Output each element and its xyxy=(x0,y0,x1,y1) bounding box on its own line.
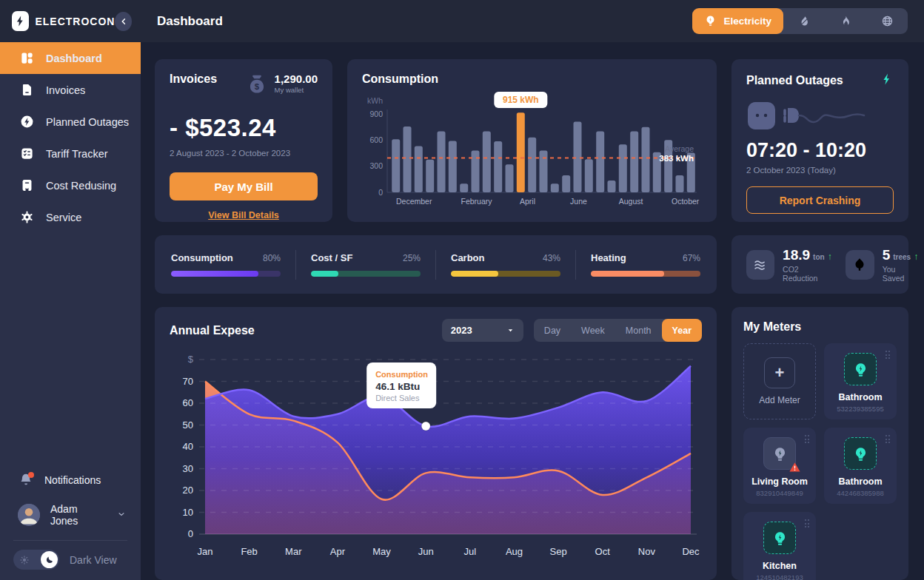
svg-text:Consumption: Consumption xyxy=(375,370,428,379)
meter-id: 832910449849 xyxy=(743,489,816,497)
range-tabs: DayWeekMonthYear xyxy=(534,319,702,342)
energy-tab-water[interactable] xyxy=(783,8,825,34)
sidebar-item-cost-redusing[interactable]: Cost Redusing xyxy=(0,169,141,201)
divider xyxy=(13,540,127,541)
svg-text:600: 600 xyxy=(369,135,383,144)
eco-stat-co2-reduction: 18.9ton↑CO2 Reduction xyxy=(746,247,834,283)
eco-unit: trees xyxy=(893,253,911,261)
range-tab-month[interactable]: Month xyxy=(615,319,662,342)
dark-view-row: Dark View xyxy=(0,550,141,570)
sidebar-item-label: Dashboard xyxy=(46,53,102,64)
divider xyxy=(435,250,436,280)
eco-stat-you-saved: 5trees↑You Saved xyxy=(846,247,919,283)
outages-title: Planned Outages xyxy=(746,74,843,87)
dashboard-icon xyxy=(20,51,34,65)
dark-view-label: Dark View xyxy=(70,554,117,566)
meters-title: My Meters xyxy=(743,320,897,334)
year-dropdown[interactable]: 2023 xyxy=(442,319,523,342)
meter-id: 124510482193 xyxy=(743,573,816,580)
meter-menu-icon[interactable] xyxy=(886,351,891,359)
sidebar-item-invoices[interactable]: Invoices xyxy=(0,74,141,106)
stat-heating: Heating67% xyxy=(591,252,700,277)
range-tab-year[interactable]: Year xyxy=(662,319,702,342)
sidebar-item-planned-outages[interactable]: Planned Outages xyxy=(0,106,141,138)
meter-menu-icon[interactable] xyxy=(886,435,891,443)
energy-tab-electricity[interactable]: Electricity xyxy=(692,8,783,34)
svg-text:70: 70 xyxy=(183,376,193,387)
svg-text:Direct Sales: Direct Sales xyxy=(375,394,420,402)
warning-icon xyxy=(789,461,801,473)
sidebar: ELECTROCON DashboardInvoicesPlanned Outa… xyxy=(0,0,141,580)
sidebar-item-label: Planned Outages xyxy=(46,116,129,128)
notifications-button[interactable]: Notifications xyxy=(0,465,141,496)
svg-text:Dec: Dec xyxy=(682,546,700,557)
svg-text:46.1 kBtu: 46.1 kBtu xyxy=(375,381,420,392)
energy-tab-network[interactable] xyxy=(866,8,908,34)
plus-icon: + xyxy=(764,357,795,388)
range-tab-day[interactable]: Day xyxy=(534,319,571,342)
meter-tile-kitchen[interactable]: Kitchen124510482193 xyxy=(743,512,816,580)
svg-text:10: 10 xyxy=(183,507,193,518)
bulb-icon xyxy=(763,437,796,470)
stat-carbon: Carbon43% xyxy=(451,252,560,277)
meter-menu-icon[interactable] xyxy=(805,435,810,443)
wallet-caption: My wallet xyxy=(275,86,318,94)
view-bill-details-link[interactable]: View Bill Details xyxy=(170,210,318,220)
add-meter-label: Add Meter xyxy=(759,395,800,405)
notification-dot xyxy=(28,472,34,478)
co2-waves-icon xyxy=(752,257,769,273)
page-title: Dashboard xyxy=(157,14,223,29)
svg-text:May: May xyxy=(372,546,391,557)
consumption-bar-chart: kWh9006003000DecemberFebruaryAprilJuneAu… xyxy=(362,87,702,218)
sidebar-item-label: Invoices xyxy=(46,84,85,96)
meter-tile-bathroom[interactable]: Bathroom532239385595 xyxy=(824,343,897,419)
svg-text:Jul: Jul xyxy=(463,546,476,557)
svg-text:20: 20 xyxy=(183,485,193,496)
stat-label: Heating xyxy=(591,252,626,263)
svg-text:Average: Average xyxy=(665,144,694,153)
sidebar-item-label: Service xyxy=(46,212,81,223)
progress-bar xyxy=(171,271,281,277)
logo-bolt-icon xyxy=(12,11,29,31)
consumption-title: Consumption xyxy=(362,72,702,86)
stat-label: Consumption xyxy=(171,252,233,263)
invoice-icon xyxy=(20,83,34,97)
sun-icon xyxy=(19,554,30,566)
range-tab-week[interactable]: Week xyxy=(571,319,615,342)
divider xyxy=(295,250,296,280)
dark-view-toggle[interactable] xyxy=(13,550,59,570)
meter-tile-bathroom[interactable]: Bathroom442468385988 xyxy=(824,428,897,504)
svg-text:Oct: Oct xyxy=(595,546,611,557)
bulb-icon xyxy=(763,522,796,554)
pay-bill-button[interactable]: Pay My Bill xyxy=(170,172,318,200)
svg-text:30: 30 xyxy=(183,463,193,474)
energy-tab-gas[interactable] xyxy=(825,8,866,34)
user-menu[interactable]: Adam Jones xyxy=(0,496,141,534)
svg-text:383 kWh: 383 kWh xyxy=(659,154,694,163)
meter-menu-icon[interactable] xyxy=(805,519,810,527)
svg-text:$: $ xyxy=(188,354,194,365)
unplugged-illustration-icon xyxy=(746,99,894,132)
invoice-balance: - $523.24 xyxy=(170,114,318,142)
sidebar-nav: DashboardInvoicesPlanned OutagesTariff T… xyxy=(0,42,141,233)
logo-block: ELECTROCON xyxy=(0,0,141,42)
caret-down-icon xyxy=(506,326,515,334)
meter-name: Living Room xyxy=(743,476,816,487)
sidebar-item-service[interactable]: Service xyxy=(0,201,141,233)
meter-tile-living-room[interactable]: Living Room832910449849 xyxy=(743,428,816,504)
sidebar-item-dashboard[interactable]: Dashboard xyxy=(0,42,141,74)
report-crashing-button[interactable]: Report Crashing xyxy=(746,186,894,214)
globe-icon xyxy=(881,15,894,27)
sidebar-collapse-button[interactable] xyxy=(115,12,132,31)
svg-text:October: October xyxy=(672,197,700,206)
svg-text:Sep: Sep xyxy=(550,546,567,557)
svg-text:50: 50 xyxy=(183,419,193,431)
add-meter-tile[interactable]: +Add Meter xyxy=(743,343,816,419)
flame-icon xyxy=(840,15,852,27)
sidebar-item-tariff-tracker[interactable]: Tariff Tracker xyxy=(0,138,141,169)
svg-text:0: 0 xyxy=(378,188,383,197)
stat-percent: 25% xyxy=(403,253,421,263)
user-name: Adam Jones xyxy=(50,503,107,527)
svg-text:Feb: Feb xyxy=(241,546,257,557)
chevron-down-icon xyxy=(117,509,126,521)
